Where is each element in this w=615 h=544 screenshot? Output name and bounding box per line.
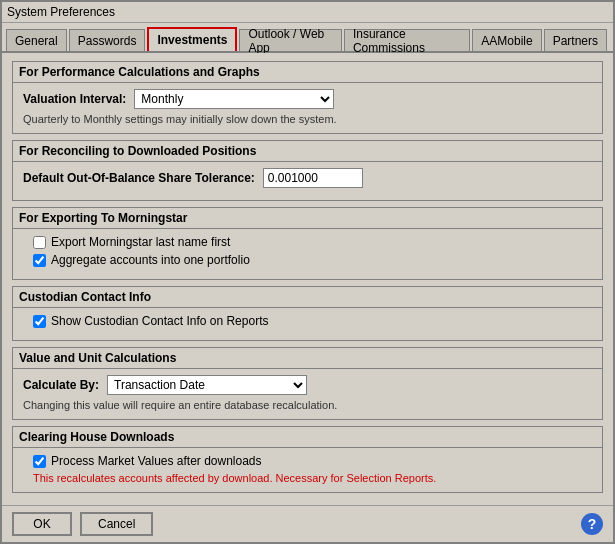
custodian-checkbox[interactable] [33,315,46,328]
custodian-label: Show Custodian Contact Info on Reports [51,314,268,328]
morningstar-aggregate-checkbox[interactable] [33,254,46,267]
reconciling-header: For Reconciling to Downloaded Positions [13,141,602,162]
tolerance-input[interactable] [263,168,363,188]
valuation-dropdown[interactable]: Monthly Daily Weekly Quarterly Annually [134,89,334,109]
custodian-body: Show Custodian Contact Info on Reports [13,308,602,340]
calculate-row: Calculate By: Transaction Date Settlemen… [23,375,592,395]
value-unit-body: Calculate By: Transaction Date Settlemen… [13,369,602,419]
valuation-row: Valuation Interval: Monthly Daily Weekly… [23,89,592,109]
tab-partners[interactable]: Partners [544,29,607,51]
morningstar-aggregate-label: Aggregate accounts into one portfolio [51,253,250,267]
performance-header: For Performance Calculations and Graphs [13,62,602,83]
tab-investments[interactable]: Investments [147,27,237,51]
content-area: For Performance Calculations and Graphs … [2,53,613,505]
footer-buttons: OK Cancel [12,512,153,536]
valuation-hint: Quarterly to Monthly settings may initia… [23,113,592,125]
morningstar-lastname-label: Export Morningstar last name first [51,235,230,249]
clearing-checkbox[interactable] [33,455,46,468]
custodian-header: Custodian Contact Info [13,287,602,308]
morningstar-section: For Exporting To Morningstar Export Morn… [12,207,603,280]
reconciling-body: Default Out-Of-Balance Share Tolerance: [13,162,602,200]
tab-outlook-web[interactable]: Outlook / Web App [239,29,342,51]
valuation-label: Valuation Interval: [23,92,126,106]
value-unit-section: Value and Unit Calculations Calculate By… [12,347,603,420]
reconciling-section: For Reconciling to Downloaded Positions … [12,140,603,201]
morningstar-body: Export Morningstar last name first Aggre… [13,229,602,279]
performance-body: Valuation Interval: Monthly Daily Weekly… [13,83,602,133]
help-icon[interactable]: ? [581,513,603,535]
morningstar-header: For Exporting To Morningstar [13,208,602,229]
calculate-dropdown[interactable]: Transaction Date Settlement Date [107,375,307,395]
clearing-section: Clearing House Downloads Process Market … [12,426,603,493]
tolerance-row: Default Out-Of-Balance Share Tolerance: [23,168,592,188]
morningstar-lastname-checkbox[interactable] [33,236,46,249]
calculate-hint: Changing this value will require an enti… [23,399,592,411]
tolerance-label: Default Out-Of-Balance Share Tolerance: [23,171,255,185]
tab-insurance[interactable]: Insurance Commissions [344,29,470,51]
clearing-red-text: This recalculates accounts affected by d… [33,472,592,484]
clearing-checkbox-row: Process Market Values after downloads [33,454,592,468]
tabs-bar: General Passwords Investments Outlook / … [2,23,613,53]
tab-passwords[interactable]: Passwords [69,29,146,51]
ok-button[interactable]: OK [12,512,72,536]
clearing-body: Process Market Values after downloads Th… [13,448,602,492]
system-preferences-window: System Preferences General Passwords Inv… [0,0,615,544]
clearing-header: Clearing House Downloads [13,427,602,448]
custodian-section: Custodian Contact Info Show Custodian Co… [12,286,603,341]
tab-general[interactable]: General [6,29,67,51]
morningstar-aggregate-row: Aggregate accounts into one portfolio [33,253,592,267]
cancel-button[interactable]: Cancel [80,512,153,536]
window-title: System Preferences [7,5,115,19]
performance-section: For Performance Calculations and Graphs … [12,61,603,134]
calculate-label: Calculate By: [23,378,99,392]
value-unit-header: Value and Unit Calculations [13,348,602,369]
clearing-label: Process Market Values after downloads [51,454,262,468]
custodian-checkbox-row: Show Custodian Contact Info on Reports [33,314,592,328]
title-bar: System Preferences [2,2,613,23]
morningstar-lastname-row: Export Morningstar last name first [33,235,592,249]
tab-aamobile[interactable]: AAMobile [472,29,541,51]
footer: OK Cancel ? [2,505,613,542]
